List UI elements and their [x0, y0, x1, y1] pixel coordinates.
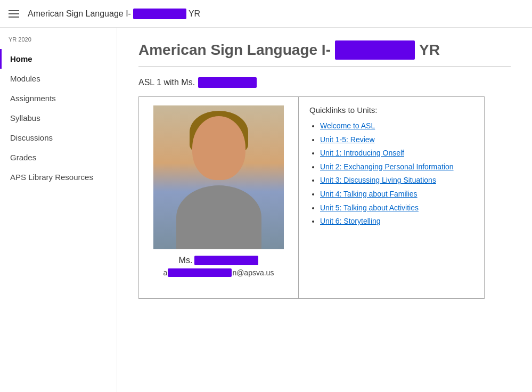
quicklink-unit2[interactable]: Unit 2: Exchanging Personal Information — [320, 162, 454, 171]
page-title-redacted — [335, 40, 415, 60]
quicklink-welcome[interactable]: Welcome to ASL — [320, 121, 375, 130]
teacher-email-suffix: n@apsva.us — [232, 268, 274, 277]
sidebar-item-syllabus[interactable]: Syllabus — [0, 108, 117, 128]
list-item: Unit 5: Talking about Activities — [320, 203, 473, 214]
list-item: Unit 4: Talking about Families — [320, 189, 473, 200]
quicklink-unit15[interactable]: Unit 1-5: Review — [320, 135, 375, 144]
teacher-email: a n@apsva.us — [163, 268, 274, 277]
sidebar-item-assignments[interactable]: Assignments — [0, 88, 117, 108]
page-divider — [138, 66, 511, 67]
teacher-email-redacted — [168, 268, 232, 277]
photo-background — [153, 105, 284, 249]
main-layout: YR 2020 Home Modules Assignments Syllabu… — [0, 28, 532, 392]
hamburger-icon[interactable] — [9, 10, 19, 18]
quicklink-unit5[interactable]: Unit 5: Talking about Activities — [320, 203, 419, 212]
info-card-left: Ms. a n@apsva.us — [139, 97, 299, 298]
teacher-email-prefix: a — [163, 268, 168, 277]
info-card-right: Quicklinks to Units: Welcome to ASL Unit… — [299, 97, 484, 298]
sidebar-item-discussions[interactable]: Discussions — [0, 128, 117, 148]
photo-body — [176, 185, 261, 249]
sidebar-item-modules[interactable]: Modules — [0, 69, 117, 88]
quicklinks-title: Quicklinks to Units: — [309, 105, 473, 115]
quicklinks-list: Welcome to ASL Unit 1-5: Review Unit 1: … — [309, 121, 473, 227]
quicklink-unit6[interactable]: Unit 6: Storytelling — [320, 217, 381, 225]
quicklink-unit4[interactable]: Unit 4: Talking about Families — [320, 190, 418, 198]
photo-head — [192, 116, 245, 180]
header-title-text: American Sign Language I- — [28, 9, 131, 19]
top-header: American Sign Language I- YR — [0, 0, 532, 28]
page-title-prefix: American Sign Language I- — [138, 42, 331, 59]
teacher-photo — [153, 105, 284, 249]
page-title: American Sign Language I- YR — [138, 40, 511, 60]
asl-subtitle: ASL 1 with Ms. — [138, 77, 511, 88]
list-item: Unit 1: Introducing Onself — [320, 148, 473, 159]
sidebar-item-aps-library[interactable]: APS Library Resources — [0, 167, 117, 187]
teacher-name-prefix: Ms. — [179, 256, 193, 265]
asl-subtitle-text: ASL 1 with Ms. — [138, 78, 195, 87]
sidebar-year: YR 2020 — [0, 36, 117, 49]
page-title-suffix: YR — [419, 42, 440, 59]
sidebar: YR 2020 Home Modules Assignments Syllabu… — [0, 28, 117, 392]
teacher-name: Ms. — [179, 256, 259, 265]
list-item: Welcome to ASL — [320, 121, 473, 132]
header-title-suffix: YR — [189, 9, 200, 19]
list-item: Unit 1-5: Review — [320, 135, 473, 145]
info-card: Ms. a n@apsva.us Quicklinks to Units: We… — [138, 96, 485, 299]
sidebar-item-home[interactable]: Home — [0, 49, 117, 69]
asl-subtitle-redacted — [198, 77, 257, 88]
list-item: Unit 3: Discussing Living Situations — [320, 175, 473, 186]
teacher-name-redacted — [194, 256, 258, 265]
sidebar-item-grades[interactable]: Grades — [0, 148, 117, 167]
quicklink-unit1[interactable]: Unit 1: Introducing Onself — [320, 149, 404, 157]
header-redacted-block — [133, 9, 186, 19]
list-item: Unit 6: Storytelling — [320, 216, 473, 227]
list-item: Unit 2: Exchanging Personal Information — [320, 162, 473, 173]
content-area: American Sign Language I- YR ASL 1 with … — [117, 28, 532, 392]
header-title: American Sign Language I- YR — [28, 9, 200, 19]
quicklink-unit3[interactable]: Unit 3: Discussing Living Situations — [320, 176, 436, 184]
